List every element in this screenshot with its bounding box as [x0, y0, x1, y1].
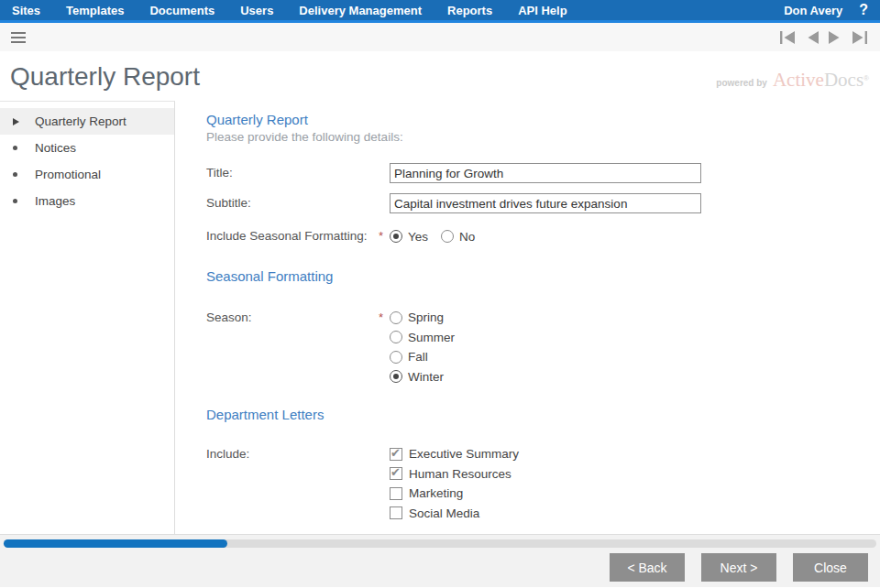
nav-item-sites[interactable]: Sites	[12, 4, 40, 17]
activedocs-brand-logo: powered byActiveDocs®	[716, 69, 869, 92]
nav-item-documents[interactable]: Documents	[149, 4, 214, 17]
brand-trademark: ®	[864, 74, 869, 82]
radio-no-label[interactable]: No	[459, 230, 475, 244]
radio-spring-label[interactable]: Spring	[408, 310, 444, 324]
radio-winter[interactable]	[390, 370, 402, 383]
user-menu[interactable]: Don Avery	[784, 4, 842, 17]
back-button[interactable]: < Back	[610, 553, 685, 582]
nav-item-users[interactable]: Users	[240, 4, 273, 17]
include-label: Include:	[206, 444, 379, 464]
include-seasonal-formatting-row: Include Seasonal Formatting: * Yes No	[206, 226, 880, 246]
radio-option-fall: Fall	[390, 347, 455, 367]
page-header: Quarterly Report powered byActiveDocs®	[0, 51, 880, 101]
section-subheading: Please provide the following details:	[206, 130, 880, 144]
current-step-arrow-icon	[13, 118, 35, 125]
sidebar-item-quarterly-report[interactable]: Quarterly Report	[0, 108, 174, 135]
season-row: Season: * Spring Summer Fall Winter	[206, 308, 880, 387]
required-marker: *	[379, 308, 390, 328]
section-heading-seasonal-formatting: Seasonal Formatting	[206, 268, 880, 284]
radio-yes[interactable]	[390, 230, 402, 243]
include-seasonal-formatting-label: Include Seasonal Formatting:	[206, 226, 379, 246]
radio-yes-label[interactable]: Yes	[408, 230, 428, 244]
sidebar-item-label: Promotional	[35, 168, 101, 181]
form-panel: Quarterly Report Please provide the foll…	[175, 101, 880, 534]
menu-icon[interactable]	[11, 29, 26, 46]
last-step-icon[interactable]	[850, 29, 869, 46]
nav-item-api-help[interactable]: API Help	[518, 4, 566, 17]
footer: < Back Next > Close	[0, 534, 880, 587]
checkbox-executive-summary-label[interactable]: Executive Summary	[409, 447, 519, 461]
sidebar-item-label: Quarterly Report	[35, 114, 126, 128]
subtitle-row: Subtitle:	[206, 193, 880, 213]
subtitle-label: Subtitle:	[206, 193, 379, 213]
checkbox-marketing[interactable]	[390, 487, 402, 500]
radio-fall[interactable]	[390, 351, 402, 364]
title-row: Title:	[206, 163, 880, 183]
radio-no[interactable]	[441, 230, 454, 243]
bullet-icon	[13, 172, 35, 177]
checkbox-option-human-resources: Human Resources	[390, 464, 519, 485]
radio-option-yes: Yes	[390, 226, 428, 246]
subtitle-input[interactable]	[390, 193, 701, 213]
radio-spring[interactable]	[390, 311, 402, 324]
first-step-icon[interactable]	[778, 29, 798, 46]
nav-item-delivery-management[interactable]: Delivery Management	[299, 4, 422, 17]
radio-option-summer: Summer	[390, 328, 455, 348]
close-button[interactable]: Close	[793, 553, 868, 582]
radio-option-no: No	[441, 226, 475, 246]
previous-step-icon[interactable]	[804, 29, 820, 46]
brand-docs-text: Docs	[824, 69, 864, 91]
checkbox-option-marketing: Marketing	[390, 484, 519, 504]
bullet-icon	[13, 199, 35, 203]
checkbox-marketing-label[interactable]: Marketing	[409, 486, 463, 500]
sidebar-item-images[interactable]: Images	[0, 188, 174, 214]
wizard-buttons: < Back Next > Close	[0, 548, 880, 582]
sidebar-item-promotional[interactable]: Promotional	[0, 161, 174, 188]
include-options: Executive Summary Human Resources Market…	[390, 444, 519, 523]
sidebar-item-label: Images	[35, 194, 75, 208]
title-label: Title:	[206, 163, 379, 183]
radio-summer[interactable]	[390, 331, 402, 343]
sidebar-item-label: Notices	[35, 141, 76, 155]
nav-item-reports[interactable]: Reports	[447, 4, 492, 17]
checkbox-social-media[interactable]	[390, 506, 402, 519]
next-step-icon[interactable]	[827, 29, 843, 46]
toolbar	[0, 23, 880, 51]
seasonal-toggle-options: Yes No	[390, 226, 488, 246]
checkbox-option-executive-summary: Executive Summary	[390, 444, 519, 464]
checkbox-social-media-label[interactable]: Social Media	[409, 506, 479, 520]
title-input[interactable]	[390, 163, 701, 183]
next-button[interactable]: Next >	[701, 553, 776, 582]
include-row: Include: Executive Summary Human Resourc…	[206, 444, 880, 523]
section-heading-quarterly-report: Quarterly Report	[206, 112, 880, 127]
bullet-icon	[13, 146, 35, 150]
required-marker: *	[379, 226, 390, 246]
radio-winter-label[interactable]: Winter	[408, 370, 444, 384]
sidebar-item-notices[interactable]: Notices	[0, 135, 174, 161]
wizard-nav-arrows	[778, 29, 869, 46]
season-options: Spring Summer Fall Winter	[390, 308, 455, 387]
help-icon[interactable]: ?	[859, 2, 868, 18]
powered-by-label: powered by	[716, 78, 767, 88]
section-heading-department-letters: Department Letters	[206, 407, 880, 422]
radio-option-winter: Winter	[390, 367, 455, 387]
checkbox-human-resources-label[interactable]: Human Resources	[409, 467, 512, 481]
content-area: Quarterly Report Notices Promotional Ima…	[0, 101, 880, 534]
radio-fall-label[interactable]: Fall	[408, 350, 428, 364]
season-label: Season:	[206, 308, 379, 328]
checkbox-human-resources[interactable]	[390, 467, 402, 480]
nav-item-templates[interactable]: Templates	[66, 4, 124, 17]
checkbox-option-social-media: Social Media	[390, 504, 519, 524]
checkbox-executive-summary[interactable]	[390, 448, 402, 461]
horizontal-scrollbar-track[interactable]	[4, 539, 876, 548]
brand-active-text: Active	[773, 69, 824, 91]
radio-summer-label[interactable]: Summer	[408, 331, 455, 344]
wizard-steps-sidebar: Quarterly Report Notices Promotional Ima…	[0, 101, 175, 534]
radio-option-spring: Spring	[390, 308, 455, 328]
top-navigation-bar: Sites Templates Documents Users Delivery…	[0, 0, 880, 23]
horizontal-scrollbar-thumb[interactable]	[4, 539, 227, 548]
